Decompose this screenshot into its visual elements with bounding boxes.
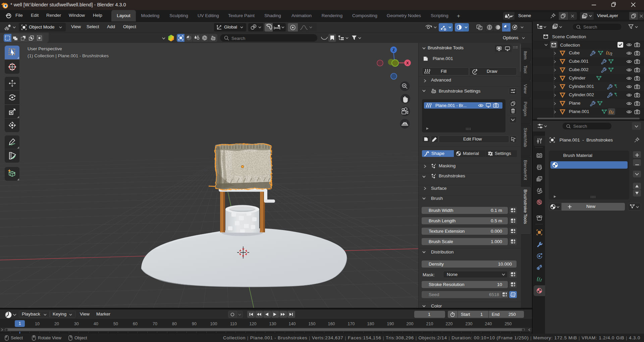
svg-text:X: X (406, 61, 409, 65)
svg-text:Z: Z (392, 48, 395, 52)
